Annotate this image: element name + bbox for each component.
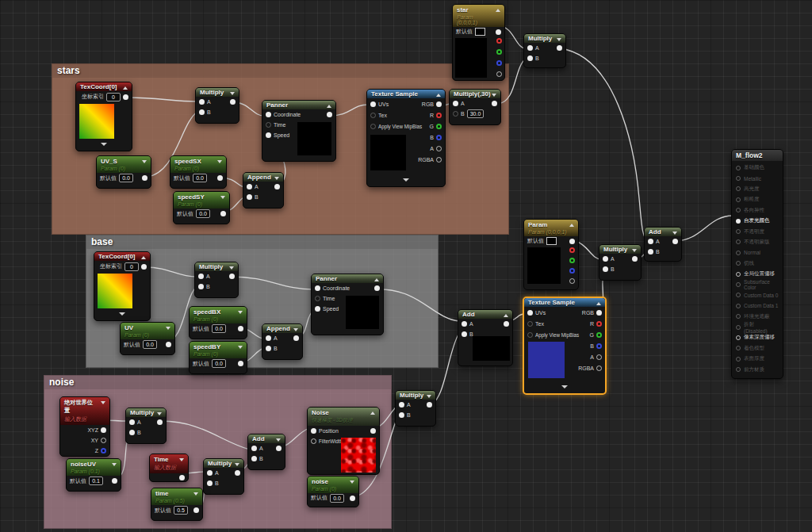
node-panner-stars[interactable]: Panner Coordinate Time Speed xyxy=(262,100,336,162)
graph-canvas[interactable]: { "common": { "a": "A", "b": "B", "multi… xyxy=(0,0,812,532)
pin-out[interactable] xyxy=(141,264,147,270)
pin-a[interactable] xyxy=(247,184,252,189)
pin-a[interactable] xyxy=(207,470,213,476)
pin-out-b[interactable] xyxy=(596,343,602,349)
pin-out-r[interactable] xyxy=(496,38,502,44)
pin-tex[interactable] xyxy=(527,321,533,327)
color-swatch[interactable] xyxy=(475,28,485,36)
node-multiply-stars[interactable]: Multiply A B xyxy=(195,87,239,124)
pin-out-r[interactable] xyxy=(596,321,602,327)
pin-pixel-depth-offset[interactable] xyxy=(736,335,741,340)
chevron-down-icon[interactable] xyxy=(217,160,222,163)
pin-out-rgba[interactable] xyxy=(436,157,442,163)
pin-front-material[interactable] xyxy=(736,367,741,372)
output-pin-row[interactable]: Custom Data 0 xyxy=(732,290,783,300)
pin-b[interactable] xyxy=(207,480,213,486)
output-pin-row[interactable]: 折射 (Disabled) xyxy=(732,322,783,332)
pin-out[interactable] xyxy=(557,45,562,51)
node-panner-base[interactable]: Panner Coordinate Time Speed xyxy=(311,274,384,335)
node-multiply-base[interactable]: Multiply A B xyxy=(194,262,239,298)
pin-out-a[interactable] xyxy=(436,146,442,151)
chevron-up-icon[interactable] xyxy=(569,224,574,227)
coord-index-value[interactable]: 0 xyxy=(124,262,139,271)
pin-out[interactable] xyxy=(166,342,171,347)
pin-speed[interactable] xyxy=(266,132,271,138)
node-param-uv-s[interactable]: UV_S Param (0) 默认值 0.0 xyxy=(96,155,151,189)
node-param-vector[interactable]: Param Param (0,0,0,1) 默认值 xyxy=(523,219,579,290)
chevron-up-icon[interactable] xyxy=(504,314,508,317)
pin-out-xyz[interactable] xyxy=(101,427,106,433)
coord-index-value[interactable]: 0 xyxy=(106,93,121,101)
pin-out-g[interactable] xyxy=(569,258,575,263)
output-pin-row[interactable]: Custom Data 1 xyxy=(732,300,783,311)
pin-b[interactable] xyxy=(453,111,458,117)
pin-out-rgb[interactable] xyxy=(436,101,442,107)
pin-apply-view-mipbias[interactable] xyxy=(527,332,533,338)
node-multiply-noise-1[interactable]: Multiply A B xyxy=(125,408,167,444)
node-add-right[interactable]: Add A B xyxy=(644,227,682,262)
chevron-down-icon[interactable] xyxy=(557,38,561,41)
node-param-speedsx[interactable]: speedSX Param (0) 默认值 0.0 xyxy=(170,155,227,189)
chevron-down-icon[interactable] xyxy=(238,346,243,349)
node-param-speedbx[interactable]: speedBX Param (0) 默认值 0.0 xyxy=(189,306,247,339)
chevron-down-icon[interactable] xyxy=(235,463,239,466)
output-pin-row[interactable]: Subsurface Color xyxy=(732,279,783,289)
chevron-down-icon[interactable] xyxy=(220,196,225,199)
pin-out-value[interactable] xyxy=(496,29,501,35)
chevron-down-icon[interactable] xyxy=(632,249,637,252)
chevron-up-icon[interactable] xyxy=(327,105,331,108)
expand-chevron-icon[interactable] xyxy=(119,312,125,316)
pin-b[interactable] xyxy=(603,266,608,272)
node-noise-function[interactable]: Noise 快速梯度 - 3D纹理 Position FilterWidth xyxy=(307,407,380,475)
comment-header-noise[interactable]: noise xyxy=(44,376,391,389)
pin-out-g[interactable] xyxy=(496,49,502,55)
pin-emissive-color[interactable] xyxy=(736,219,741,224)
pin-b[interactable] xyxy=(648,249,653,255)
pin-out-r[interactable] xyxy=(569,247,575,253)
pin-out[interactable] xyxy=(229,274,235,279)
chevron-down-icon[interactable] xyxy=(142,160,147,163)
chevron-down-icon[interactable] xyxy=(157,412,162,415)
pin-tangent[interactable] xyxy=(736,261,741,266)
node-multiply-noise-2[interactable]: Multiply A B xyxy=(203,458,244,495)
default-value-input[interactable]: 0.5 xyxy=(174,506,188,515)
pin-uvs[interactable] xyxy=(370,101,376,107)
output-pin-row[interactable]: 不透明蒙版 xyxy=(732,237,783,247)
default-value-input[interactable]: 0.0 xyxy=(193,174,207,182)
pin-subsurface-color[interactable] xyxy=(736,282,741,287)
pin-a[interactable] xyxy=(527,45,533,51)
pin-b[interactable] xyxy=(527,55,533,61)
pin-out-r[interactable] xyxy=(436,113,442,118)
color-swatch[interactable] xyxy=(546,237,557,245)
output-pin-row[interactable]: 全局位置偏移 xyxy=(732,269,783,279)
expand-chevron-icon[interactable] xyxy=(403,178,409,182)
output-pin-row[interactable]: Normal xyxy=(732,247,783,258)
pin-out-a[interactable] xyxy=(596,354,602,360)
output-pin-row[interactable]: 着色模型 xyxy=(732,343,783,354)
pin-out[interactable] xyxy=(632,256,638,262)
output-pin-row[interactable]: 前方材质 xyxy=(732,364,783,374)
pin-surface-thickness[interactable] xyxy=(736,357,741,362)
pin-specular[interactable] xyxy=(736,186,741,191)
node-texcoord-base[interactable]: TexCoord[0] 坐标索引 0 xyxy=(94,251,151,321)
pin-roughness[interactable] xyxy=(736,197,741,202)
pin-out[interactable] xyxy=(179,475,185,480)
chevron-down-icon[interactable] xyxy=(350,480,354,484)
chevron-down-icon[interactable] xyxy=(193,492,198,496)
node-multiply-30[interactable]: Multiply(,30) A B30.0 xyxy=(449,89,501,125)
pin-out[interactable] xyxy=(112,478,117,484)
pin-out-b[interactable] xyxy=(496,60,502,66)
pin-coordinate[interactable] xyxy=(266,112,271,117)
node-param-speedby[interactable]: speedBY Param (0) 默认值 0.0 xyxy=(189,341,247,374)
chevron-down-icon[interactable] xyxy=(101,401,105,404)
node-texture-sample-selected[interactable]: Texture Sample UVsRGB TexR Apply View Mi… xyxy=(523,297,607,395)
pin-a[interactable] xyxy=(453,101,458,106)
pin-out[interactable] xyxy=(672,239,678,244)
pin-b[interactable] xyxy=(266,346,271,351)
node-material-output[interactable]: M_flow2 基础颜色 Metallic 高光度 粗糙度 各向异性 自发光颜色… xyxy=(731,149,783,379)
pin-out-a[interactable] xyxy=(569,278,575,284)
node-param-noise[interactable]: noise Param (0) 默认值 0.0 xyxy=(307,476,359,507)
pin-out[interactable] xyxy=(504,321,509,327)
chevron-down-icon[interactable] xyxy=(230,92,235,95)
default-value-input[interactable]: 0.0 xyxy=(212,359,226,368)
